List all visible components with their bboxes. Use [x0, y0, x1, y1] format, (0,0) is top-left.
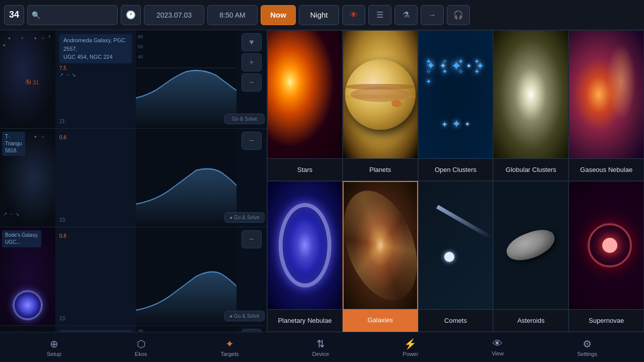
category-asteroids[interactable]: Asteroids	[493, 181, 569, 332]
andromeda-mag: 7.5	[59, 65, 132, 71]
bode-label-tag: Bode's Galaxy,UGC...	[2, 230, 41, 247]
nav-view[interactable]: 👁 View	[484, 336, 512, 358]
time-button[interactable]: 8:50 AM	[207, 5, 258, 25]
menu-button[interactable]: ☰	[368, 5, 391, 25]
nav-device[interactable]: ⇅ Device	[304, 336, 338, 359]
category-planets[interactable]: Planets	[343, 30, 418, 181]
asteroids-label: Asteroids	[494, 309, 568, 331]
open-clusters-label: Open Clusters	[419, 158, 493, 180]
minus-button-bode[interactable]: −	[242, 230, 262, 248]
galaxies-label: Galaxies	[344, 309, 417, 331]
heart-button-sculptor[interactable]: ♥	[242, 329, 262, 332]
arrow-button[interactable]: →	[421, 5, 444, 25]
map-thumb-sculptor	[0, 326, 55, 332]
category-galaxies[interactable]: Galaxies	[343, 181, 418, 332]
category-gaseous-nebulae[interactable]: Gaseous Nebulae	[569, 30, 644, 181]
date-button[interactable]: 2023.07.03	[144, 5, 204, 25]
andromeda-chart: 60 50 40	[136, 30, 236, 128]
chart-y-50: 50	[138, 44, 143, 49]
clock-button[interactable]: 🕐	[121, 5, 141, 25]
go-solve-triangle[interactable]: ● Go & Solve	[224, 212, 265, 223]
eye-icon: 👁	[350, 11, 358, 20]
stars-label: Stars	[268, 158, 342, 180]
bottom-nav: ⊕ Setup ⬡ Ekos ✦ Targets ⇅ Device ⚡ Powe…	[0, 332, 644, 362]
headset-button[interactable]: 🎧	[447, 5, 470, 25]
headset-icon: 🎧	[453, 10, 463, 20]
clock-icon: 🕐	[126, 10, 136, 20]
planetary-nebulae-label: Planetary Nebulae	[268, 309, 342, 331]
main-content: M 31 ↗ ✦ Andromeda Galaxy, PGC 2557,UGC …	[0, 30, 644, 332]
filter-icon: ⚗	[403, 10, 410, 20]
planets-image	[343, 31, 418, 158]
night-button[interactable]: Night	[299, 5, 339, 25]
view-icon: 👁	[493, 338, 503, 349]
triangle-label-tag: TTriangu5818.	[2, 132, 25, 156]
nav-setup[interactable]: ⊕ Setup	[39, 336, 69, 359]
andromeda-controls: ♥ + − Go & Solve	[236, 30, 267, 128]
setup-label: Setup	[47, 351, 61, 357]
triangle-data: 0.8 23:	[55, 129, 136, 227]
bode-mag: 0.8	[59, 233, 132, 239]
category-supernovae[interactable]: Supernovae	[569, 181, 644, 332]
eye-button[interactable]: 👁	[342, 5, 365, 25]
device-label: Device	[312, 351, 330, 357]
andromeda-title: Andromeda Galaxy, PGC 2557,UGC 454, NGC …	[59, 34, 132, 63]
plus-button-andromeda[interactable]: +	[242, 53, 262, 71]
chart-y-28: 28	[138, 329, 143, 332]
asteroid-shape	[503, 225, 559, 265]
open-clusters-image: ✦ ✦ ✦ ✦ ✦ ✦ ✦ ✦	[419, 31, 493, 158]
sculptor-controls: ♥ + −	[236, 326, 267, 332]
globular-clusters-image	[494, 31, 568, 158]
andromeda-chart-svg	[136, 30, 236, 128]
power-label: Power	[403, 351, 418, 357]
planets-label: Planets	[343, 158, 418, 180]
setup-icon: ⊕	[50, 338, 58, 350]
bode-time: 23:	[59, 316, 132, 321]
sculptor-chart-svg	[136, 326, 236, 332]
go-solve-bode[interactable]: ● Go & Solve	[224, 311, 265, 321]
sculptor-data: Sculptor Filament, Silver Coin,PGC 2789,…	[55, 326, 136, 332]
triangle-time: 23:	[59, 217, 132, 223]
galaxies-image	[344, 182, 417, 309]
ekos-icon: ⬡	[137, 338, 145, 350]
category-planetary-nebulae[interactable]: Planetary Nebulae	[267, 181, 343, 332]
bode-controls: − ● Go & Solve	[236, 227, 267, 325]
andromeda-data: Andromeda Galaxy, PGC 2557,UGC 454, NGC …	[55, 30, 136, 128]
category-stars[interactable]: Stars	[267, 30, 343, 181]
category-comets[interactable]: Comets	[418, 181, 494, 332]
star-map-sculptor	[0, 326, 55, 332]
map-thumb-bode: Bode's Galaxy,UGC...	[0, 227, 55, 325]
nav-ekos[interactable]: ⬡ Ekos	[127, 336, 155, 359]
ekos-label: Ekos	[135, 351, 147, 357]
category-globular-clusters[interactable]: Globular Clusters	[493, 30, 569, 181]
supernovae-label: Supernovae	[569, 309, 643, 331]
andromeda-dir: ↗ → ↘	[59, 72, 132, 77]
nav-power[interactable]: ⚡ Power	[394, 336, 426, 359]
nav-targets[interactable]: ✦ Targets	[212, 336, 247, 359]
settings-label: Settings	[577, 351, 597, 357]
now-button[interactable]: Now	[261, 5, 296, 25]
settings-icon: ⚙	[583, 338, 592, 350]
bode-data: 0.8 23:	[55, 227, 136, 325]
map-row-triangle: TTriangu5818. ↗ → ↘ 0.8 23: − ● Go & Sol…	[0, 129, 267, 227]
map-thumb-triangle: TTriangu5818. ↗ → ↘	[0, 129, 55, 227]
minus-button-andromeda[interactable]: −	[242, 73, 262, 92]
search-bar[interactable]: 🔍	[27, 5, 118, 25]
sculptor-chart: 28	[136, 326, 236, 332]
chart-y-60: 60	[138, 34, 143, 39]
andromeda-arrow: ↗	[24, 77, 29, 84]
power-icon: ⚡	[404, 338, 417, 350]
map-thumb-andromeda: M 31 ↗ ✦	[0, 30, 55, 128]
targets-label: Targets	[220, 351, 238, 357]
category-open-clusters[interactable]: ✦ ✦ ✦ ✦ ✦ ✦ ✦ ✦ Open Clusters	[418, 30, 494, 181]
andromeda-time: 21:	[59, 119, 132, 124]
targets-icon: ✦	[225, 338, 234, 350]
go-solve-andromeda[interactable]: Go & Solve	[224, 114, 265, 124]
heart-button-andromeda[interactable]: ♥	[242, 33, 262, 51]
filter-button[interactable]: ⚗	[394, 5, 418, 25]
minus-button-triangle[interactable]: −	[242, 132, 262, 150]
view-label: View	[492, 350, 504, 356]
nav-settings[interactable]: ⚙ Settings	[569, 336, 605, 359]
comets-image	[419, 182, 493, 309]
top-bar: 34 🔍 🕐 2023.07.03 8:50 AM Now Night 👁 ☰ …	[0, 0, 644, 30]
